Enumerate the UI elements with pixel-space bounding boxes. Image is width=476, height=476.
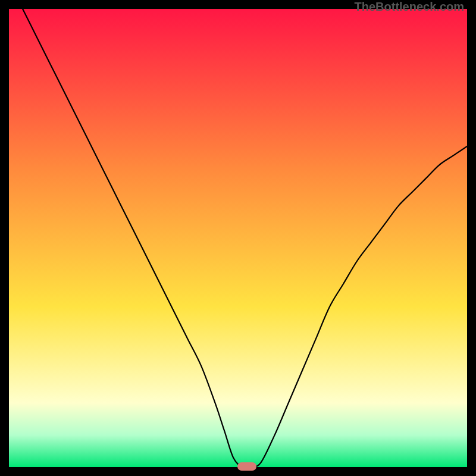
bottleneck-chart [9,9,467,467]
optimal-point-marker [237,462,256,471]
bottleneck-curve [9,9,467,467]
